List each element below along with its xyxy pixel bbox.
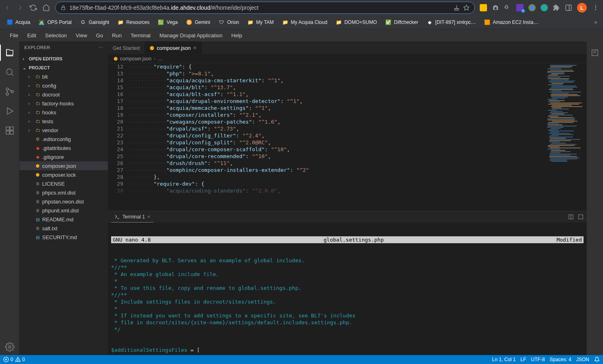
- bookmark-item[interactable]: GGainsight: [77, 17, 113, 27]
- bookmark-item[interactable]: ✅Diffchecker: [382, 17, 421, 27]
- code-editor[interactable]: 12131415161718192021222324252627282930 ·…: [108, 63, 587, 211]
- bookmarks-overflow[interactable]: »: [592, 18, 600, 26]
- ext-icon-1[interactable]: [480, 4, 487, 11]
- search-view-button[interactable]: [0, 64, 19, 80]
- maximize-panel-icon[interactable]: [578, 214, 584, 220]
- share-icon[interactable]: [453, 4, 460, 11]
- outline-view-button[interactable]: [585, 45, 603, 61]
- folder-item[interactable]: ›🗀config: [19, 81, 108, 90]
- panel-icon[interactable]: [565, 4, 572, 11]
- status-eol[interactable]: LF: [521, 357, 526, 362]
- status-encoding[interactable]: UTF-8: [531, 357, 545, 362]
- close-icon[interactable]: ×: [147, 214, 150, 220]
- panel-actions: [568, 214, 584, 220]
- panel-tabs: Terminal 1 ×: [108, 211, 587, 223]
- svg-point-18: [9, 346, 11, 348]
- folder-item[interactable]: ›🗀factory-hooks: [19, 99, 108, 108]
- file-item[interactable]: ⬢composer.lock: [19, 170, 108, 179]
- folder-item[interactable]: ›🗀vendor: [19, 126, 108, 135]
- menu-item[interactable]: Run: [108, 31, 126, 40]
- file-item[interactable]: ◆.gitignore: [19, 152, 108, 161]
- ext-icon-3[interactable]: [528, 4, 536, 11]
- menu-item[interactable]: Manage Drupal Application: [155, 31, 226, 40]
- profile-avatar[interactable]: L: [577, 3, 587, 13]
- address-bar[interactable]: 18e75fbe-f3ad-420f-bfc9-e53a9cf8eb4a.ide…: [55, 2, 475, 14]
- menu-item[interactable]: Selection: [41, 31, 71, 40]
- svg-marker-13: [7, 108, 13, 114]
- breadcrumb[interactable]: ⬢ composer.json › …: [108, 54, 587, 63]
- star-icon[interactable]: [463, 4, 470, 11]
- reload-button[interactable]: [29, 4, 37, 12]
- svg-marker-2: [464, 5, 469, 10]
- settings-gear-button[interactable]: [0, 339, 19, 355]
- puzzle-icon[interactable]: [553, 4, 560, 11]
- scm-view-button[interactable]: [0, 84, 19, 100]
- menu-item[interactable]: File: [6, 31, 22, 40]
- sidebar-more-icon[interactable]: ⋯: [99, 45, 103, 50]
- status-bar: 0 0 Ln 1, Col 1 LF UTF-8 Spaces: 4 JSON: [0, 355, 603, 364]
- open-editors-header[interactable]: ›OPEN EDITORS: [19, 54, 108, 63]
- menu-item[interactable]: View: [72, 31, 91, 40]
- status-bell-icon[interactable]: [594, 357, 600, 362]
- camera-icon[interactable]: [492, 4, 499, 11]
- file-item[interactable]: ⚙.editorconfig: [19, 135, 108, 143]
- ide-body: EXPLORER ⋯ ›OPEN EDITORS ⌄PROJECT ›🗀blt›…: [0, 41, 603, 355]
- tab-composer-json[interactable]: ⬢ composer.json ×: [145, 41, 202, 54]
- split-panel-icon[interactable]: [568, 214, 574, 220]
- ext-icon-2[interactable]: 9: [516, 4, 524, 11]
- bookmark-item[interactable]: 📁DOMO+SUMO: [332, 17, 380, 27]
- forward-button[interactable]: [16, 4, 24, 12]
- bookmark-item[interactable]: 🟧Amazon EC2 Insta…: [481, 17, 541, 27]
- recycle-icon[interactable]: ♻: [504, 4, 511, 11]
- bookmark-item[interactable]: 📁My TAM: [244, 17, 277, 27]
- bookmark-item[interactable]: ◆[DIT-897] xmlrpc…: [423, 17, 479, 27]
- tab-get-started[interactable]: Get Started: [108, 41, 145, 54]
- svg-rect-0: [62, 7, 65, 10]
- svg-line-9: [11, 74, 13, 76]
- file-item[interactable]: ⬢composer.json: [19, 161, 108, 170]
- menu-item[interactable]: Edit: [23, 31, 40, 40]
- back-button[interactable]: [3, 4, 11, 12]
- url-text: 18e75fbe-f3ad-420f-bfc9-e53a9cf8eb4a.ide…: [69, 4, 450, 11]
- bookmark-item[interactable]: 🛡Orion: [215, 17, 242, 27]
- terminal-icon: [114, 214, 120, 220]
- menu-item[interactable]: Help: [227, 31, 247, 40]
- browser-menu-icon[interactable]: [592, 4, 600, 12]
- file-item[interactable]: 🗎phpunit.xml.dist: [19, 206, 108, 215]
- bookmark-item[interactable]: ♊Gemini: [182, 17, 213, 27]
- explorer-view-button[interactable]: [0, 45, 19, 61]
- svg-rect-16: [6, 131, 9, 134]
- status-spaces[interactable]: Spaces: 4: [550, 357, 571, 362]
- extensions-view-button[interactable]: [0, 122, 19, 139]
- minimap[interactable]: [542, 63, 587, 211]
- folder-item[interactable]: ›🗀blt: [19, 72, 108, 81]
- folder-item[interactable]: ›🗀tests: [19, 117, 108, 126]
- file-item[interactable]: ◆.gitattributes: [19, 143, 108, 152]
- terminal-content[interactable]: GNU nano 4.8 global.settings.php Modifie…: [108, 223, 587, 355]
- folder-item[interactable]: ›🗀docroot: [19, 90, 108, 99]
- bookmark-item[interactable]: 👩‍💻OPS Portal: [35, 17, 75, 27]
- file-item[interactable]: 🗎salt.txt: [19, 224, 108, 233]
- file-item[interactable]: ▤README.md: [19, 215, 108, 224]
- terminal-tab[interactable]: Terminal 1 ×: [111, 211, 153, 223]
- file-item[interactable]: 🗎LICENSE: [19, 179, 108, 188]
- bookmark-item[interactable]: 📁Resources: [114, 17, 152, 27]
- ext-icon-4[interactable]: [541, 4, 548, 11]
- close-icon[interactable]: ×: [193, 45, 196, 51]
- status-errors[interactable]: 0 0: [3, 357, 25, 362]
- debug-view-button[interactable]: [0, 103, 19, 119]
- file-item[interactable]: 🗎phpstan.neon.dist: [19, 197, 108, 206]
- file-item[interactable]: 🗎phpcs.xml.dist: [19, 188, 108, 197]
- bookmark-item[interactable]: 💹Vega: [155, 17, 181, 27]
- bookmark-item[interactable]: 📁My Acquia Cloud: [279, 17, 330, 27]
- menu-item[interactable]: Go: [92, 31, 107, 40]
- menu-item[interactable]: Terminal: [127, 31, 155, 40]
- file-item[interactable]: ▤SECURITY.md: [19, 233, 108, 242]
- project-header[interactable]: ⌄PROJECT: [19, 63, 108, 72]
- status-position[interactable]: Ln 1, Col 1: [492, 357, 516, 362]
- status-language[interactable]: JSON: [576, 357, 589, 362]
- folder-item[interactable]: ›🗀hooks: [19, 108, 108, 117]
- svg-rect-1: [455, 9, 459, 10]
- bookmark-item[interactable]: 🟦Acquia: [3, 17, 34, 27]
- home-button[interactable]: [42, 4, 50, 12]
